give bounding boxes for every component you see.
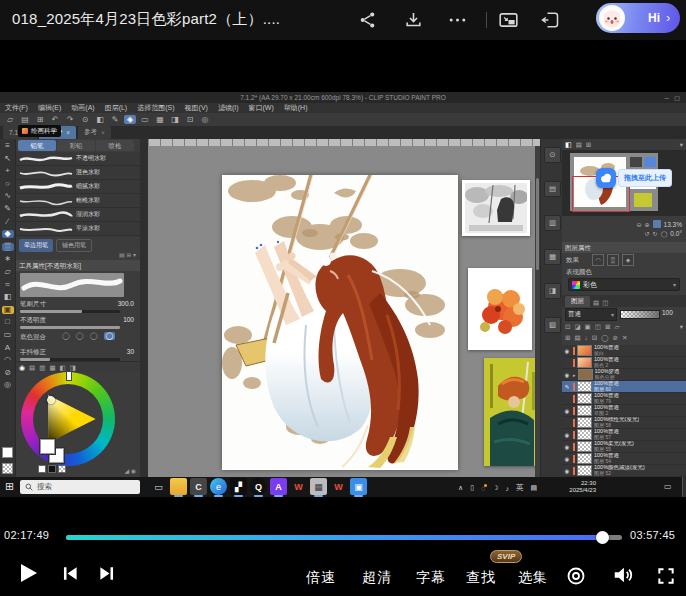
file-explorer-icon[interactable] [170, 478, 187, 495]
zoom-value[interactable]: 13.3% [664, 221, 682, 228]
panel-collapse-icon[interactable]: ▾ [680, 141, 686, 149]
rotate-value[interactable]: 0.0° [670, 230, 682, 237]
layer-row[interactable]: ◉100%柔光(发光)图层 55 [562, 441, 686, 453]
menu-window[interactable]: 窗口(W) [249, 103, 274, 113]
tray-moon-icon[interactable]: ☽ [492, 484, 498, 492]
figure-tool-icon[interactable]: □ [2, 318, 14, 326]
brush-item[interactable]: 混色水彩 [16, 166, 140, 180]
wps-icon[interactable]: W [290, 478, 307, 495]
find-button[interactable]: 查找 [466, 569, 496, 587]
tone-effect-icon[interactable]: ▒ [607, 254, 619, 266]
layer-visibility-icon[interactable]: ◉ [563, 444, 571, 450]
taskbar-clock[interactable]: 22:30 2025/4/23 [556, 480, 596, 495]
color-wheel[interactable] [21, 372, 115, 466]
mask-layer-icon[interactable]: ◯ [601, 334, 608, 342]
layer-row[interactable]: ◉100%普通图层 54 [562, 453, 686, 465]
edge-browser-icon[interactable]: e [210, 478, 227, 495]
history-icon[interactable]: ▥ [544, 215, 561, 231]
menu-file[interactable]: 文件(F) [5, 103, 28, 113]
layer-visibility-icon[interactable]: ◉ [563, 468, 571, 474]
picture-in-picture-icon[interactable] [498, 9, 519, 31]
clip-studio-paint-icon-active[interactable]: C [190, 478, 207, 495]
pen-mode-icon[interactable]: ✎ [109, 115, 121, 124]
brush-item[interactable]: 湿润水彩 [16, 208, 140, 222]
previous-button[interactable] [60, 564, 79, 583]
layer-row[interactable]: ◉100%颜色减淡(发光)图层 52 [562, 465, 686, 477]
playback-speed-button[interactable]: 倍速 [306, 569, 336, 587]
close-icon[interactable]: × [66, 129, 70, 136]
touch-keyboard-icon[interactable]: ▤ [530, 484, 537, 492]
layer-folder-row[interactable]: ◉▸100%穿透颜色分层 [562, 369, 686, 381]
merge-layer-icon[interactable]: ⊟ [592, 334, 597, 342]
qq-icon[interactable]: Q [250, 478, 267, 495]
editing-pen-icon[interactable]: ✎ [563, 384, 571, 390]
auto-action-icon[interactable]: ▦ [544, 249, 561, 265]
new-layer-icon[interactable]: ⊞ [565, 334, 570, 342]
main-menu-icon[interactable]: ≡ [2, 142, 14, 150]
show-desktop-button[interactable] [682, 477, 686, 497]
extract-line-icon[interactable]: ◈ [622, 254, 634, 266]
doc-tab-3[interactable]: 参考× [78, 126, 111, 139]
flat-color-chip[interactable]: 铺色用笔 [56, 239, 92, 252]
quick-access-icon[interactable]: ⊙ [544, 147, 561, 163]
menu-help[interactable]: 帮助(H) [284, 103, 308, 113]
blend-tool-icon[interactable]: ≈ [2, 281, 14, 289]
fill-tool-icon[interactable]: ◧ [2, 293, 14, 301]
photos-app-icon[interactable]: ▣ [350, 478, 367, 495]
wps-writer-icon[interactable]: W [330, 478, 347, 495]
brush-size-value[interactable]: 300.0 [118, 300, 134, 307]
redo-icon[interactable]: ↷ [64, 115, 76, 124]
tray-volume-icon[interactable]: ♪ [505, 485, 509, 492]
text-tool-icon[interactable]: A [2, 344, 14, 352]
swatch-black[interactable] [48, 465, 56, 473]
screenshot-upload-toast[interactable]: 拖拽至此上传 [596, 168, 672, 188]
new-file-icon[interactable]: ▱ [4, 115, 16, 124]
sv-selector[interactable] [47, 396, 55, 404]
select-tool-icon[interactable]: ○ [2, 180, 14, 188]
color-panel-footer-icons[interactable]: ◢ ◉ [124, 467, 136, 474]
next-button[interactable] [98, 564, 117, 583]
color-slider-tab-icon[interactable]: ▤ [29, 362, 35, 373]
fullscreen-button[interactable] [656, 566, 676, 586]
menu-filter[interactable]: 滤镜(I) [218, 103, 239, 113]
lock-layer-icon[interactable]: ◪ [574, 323, 580, 331]
rotate-left-icon[interactable]: ↺ [645, 230, 650, 237]
layer-comp-tab-icon[interactable]: ◫ [602, 299, 608, 307]
operate-tool-icon[interactable]: + [2, 167, 14, 175]
quality-button[interactable]: 超清 [362, 569, 392, 587]
color-mixing-tab-icon[interactable]: ▦ [49, 362, 55, 373]
swatch-transparent[interactable] [58, 465, 66, 473]
layer-opacity-slider[interactable] [620, 310, 660, 319]
menu-edit[interactable]: 编辑(E) [38, 103, 61, 113]
fill-icon[interactable]: ◧ [94, 115, 106, 124]
action-center-icon[interactable]: ▭ [664, 482, 672, 491]
brush-size-slider[interactable] [20, 310, 120, 313]
start-button-icon[interactable]: ⊞ [5, 481, 14, 492]
opacity-value[interactable]: 100 [123, 316, 134, 323]
ime-indicator[interactable]: 英 [516, 483, 524, 493]
pencil-tool-icon[interactable]: ∕ [2, 218, 14, 226]
foreground-color-swatch[interactable] [40, 439, 55, 454]
eyedropper-tool-icon[interactable]: ◎ [2, 381, 14, 389]
canvas-pasteboard[interactable] [148, 146, 540, 477]
zoom-in-icon[interactable]: ⊕ [645, 221, 650, 228]
layer-visibility-icon[interactable]: ◉ [563, 372, 571, 378]
close-icon[interactable]: × [101, 129, 105, 136]
gradient-tool-icon[interactable]: ▣ [2, 306, 14, 314]
canvas-viewport[interactable] [140, 139, 540, 477]
fit-to-screen-icon[interactable] [653, 220, 661, 228]
play-button[interactable] [16, 561, 40, 585]
decoration-tool-icon[interactable]: ∗ [2, 255, 14, 263]
mini-player-icon[interactable] [540, 9, 560, 31]
layer-row-selected[interactable]: ✎100%普通图层 60 [562, 381, 686, 393]
progress-handle[interactable] [596, 531, 609, 544]
mix-option-2[interactable]: ◯ [76, 332, 84, 340]
settings-button[interactable] [566, 566, 586, 586]
ruler-layer-icon[interactable]: ⊘ [613, 334, 618, 342]
drawing-canvas[interactable] [222, 175, 458, 470]
color-wheel-tab-icon[interactable]: ◉ [19, 362, 25, 373]
tray-notification-icon[interactable]: ◌ [481, 485, 485, 492]
layer-visibility-icon[interactable]: ◉ [563, 408, 571, 414]
volume-button[interactable] [612, 564, 634, 586]
deselect-icon[interactable]: ⊙ [79, 115, 91, 124]
